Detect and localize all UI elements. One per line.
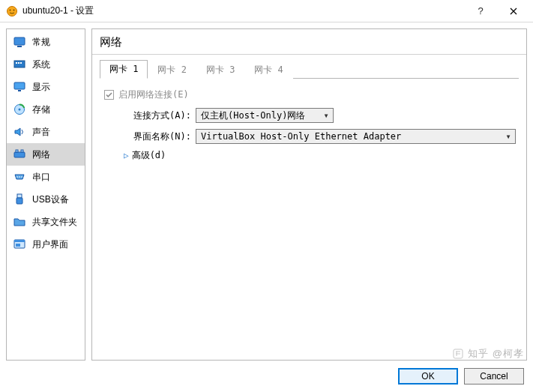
svg-rect-4 [17, 46, 22, 47]
sidebar-item-serial[interactable]: 串口 [7, 166, 85, 188]
system-icon [13, 58, 26, 71]
enable-network-label: 启用网络连接(E) [118, 88, 189, 101]
svg-point-2 [13, 9, 15, 10]
window-title: ubuntu20-1 - 设置 [22, 4, 94, 17]
interface-name-combo[interactable]: VirtualBox Host-Only Ethernet Adapter ▾ [196, 129, 516, 144]
svg-rect-6 [16, 62, 17, 64]
svg-point-0 [7, 6, 17, 16]
svg-rect-15 [21, 150, 23, 152]
sidebar-item-label: 串口 [32, 171, 79, 184]
sidebar-item-label: 用户界面 [32, 238, 79, 251]
sidebar-item-display[interactable]: 显示 [7, 76, 85, 98]
panel-title: 网络 [92, 29, 526, 55]
attached-to-label: 连接方式(A): [124, 109, 196, 122]
svg-rect-19 [17, 194, 22, 198]
adapter-form: 启用网络连接(E) 连接方式(A): 仅主机(Host-Only)网络 ▾ 界面… [100, 79, 519, 165]
svg-rect-13 [14, 152, 25, 157]
settings-panel: 网络 网卡 1 网卡 2 网卡 3 网卡 4 [91, 28, 527, 361]
svg-rect-8 [20, 62, 22, 64]
dialog-button-row: OK Cancel [6, 361, 527, 386]
network-icon [13, 148, 26, 161]
sidebar-item-label: 显示 [32, 81, 79, 94]
close-icon [510, 7, 517, 15]
chevron-down-icon: ▾ [321, 110, 331, 121]
svg-rect-23 [16, 244, 20, 247]
sidebar-item-label: USB设备 [32, 193, 79, 206]
svg-rect-7 [18, 62, 19, 64]
sidebar-item-system[interactable]: 系统 [7, 53, 85, 76]
sidebar-item-ui[interactable]: 用户界面 [7, 233, 85, 256]
svg-rect-9 [14, 82, 25, 89]
svg-rect-3 [14, 37, 25, 45]
sidebar-item-shared-folders[interactable]: 共享文件夹 [7, 211, 85, 233]
category-sidebar: 常规 系统 显示 存储 [6, 28, 85, 361]
chevron-down-icon: ▾ [503, 131, 514, 142]
sidebar-item-label: 存储 [32, 103, 79, 116]
tab-adapter-3[interactable]: 网卡 3 [196, 61, 244, 79]
svg-point-1 [10, 9, 11, 10]
svg-rect-5 [14, 61, 25, 67]
ui-icon [13, 238, 26, 251]
adapter-tabbar: 网卡 1 网卡 2 网卡 3 网卡 4 [100, 61, 519, 79]
display-icon [13, 80, 26, 94]
ok-button[interactable]: OK [398, 368, 458, 385]
tab-adapter-4[interactable]: 网卡 4 [244, 61, 292, 79]
virtualbox-icon [6, 5, 18, 17]
sidebar-item-label: 声音 [32, 126, 79, 139]
attached-to-row: 连接方式(A): 仅主机(Host-Only)网络 ▾ [104, 107, 516, 124]
tab-adapter-2[interactable]: 网卡 2 [148, 61, 196, 79]
advanced-label: 高级(d) [132, 149, 166, 162]
tab-adapter-1[interactable]: 网卡 1 [100, 60, 148, 79]
storage-icon [13, 103, 26, 116]
sidebar-item-general[interactable]: 常规 [7, 31, 85, 53]
attached-to-value: 仅主机(Host-Only)网络 [201, 109, 321, 122]
folder-icon [13, 215, 26, 229]
attached-to-combo[interactable]: 仅主机(Host-Only)网络 ▾ [196, 108, 334, 123]
svg-point-17 [19, 176, 20, 178]
interface-name-row: 界面名称(N): VirtualBox Host-Only Ethernet A… [104, 128, 516, 145]
svg-rect-20 [16, 198, 22, 204]
titlebar: ubuntu20-1 - 设置 ? [0, 0, 533, 22]
usb-icon [13, 193, 26, 206]
help-button[interactable]: ? [464, 1, 497, 22]
cancel-button[interactable]: Cancel [464, 368, 524, 385]
sidebar-item-audio[interactable]: 声音 [7, 121, 85, 143]
interface-name-label: 界面名称(N): [124, 130, 196, 143]
serial-icon [13, 170, 26, 184]
svg-rect-10 [18, 90, 21, 91]
svg-rect-22 [14, 240, 25, 242]
sidebar-item-label: 常规 [32, 36, 79, 49]
interface-name-value: VirtualBox Host-Only Ethernet Adapter [201, 131, 503, 142]
audio-icon [13, 125, 26, 139]
svg-point-12 [19, 109, 21, 111]
close-button[interactable] [497, 1, 530, 22]
triangle-right-icon: ▷ [124, 151, 129, 160]
advanced-expander[interactable]: ▷ 高级(d) [104, 149, 516, 162]
sidebar-item-usb[interactable]: USB设备 [7, 188, 85, 211]
sidebar-item-label: 共享文件夹 [32, 216, 79, 229]
check-icon [105, 91, 113, 99]
sidebar-item-label: 系统 [32, 58, 79, 71]
sidebar-item-storage[interactable]: 存储 [7, 98, 85, 121]
enable-network-checkbox[interactable] [104, 90, 114, 100]
enable-network-row: 启用网络连接(E) [104, 86, 516, 103]
svg-point-18 [21, 176, 22, 178]
sidebar-item-label: 网络 [32, 148, 79, 161]
general-icon [13, 35, 26, 49]
svg-point-16 [16, 176, 18, 178]
svg-rect-14 [16, 150, 18, 152]
sidebar-item-network[interactable]: 网络 [7, 143, 85, 166]
